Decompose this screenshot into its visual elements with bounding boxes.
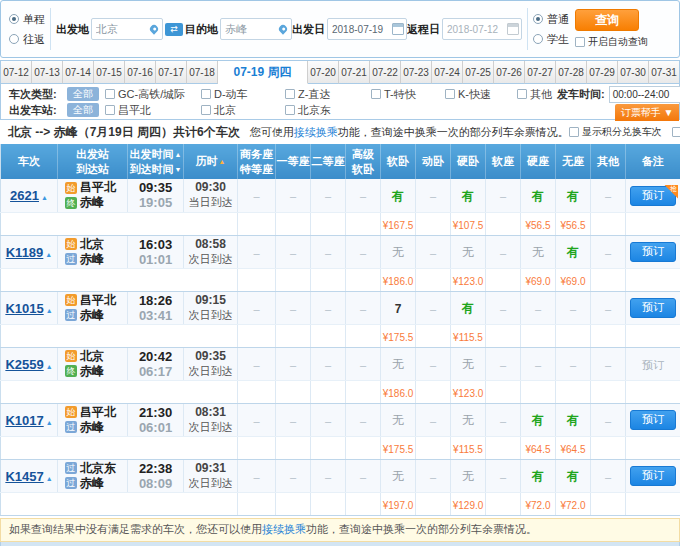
show-all-bookable-checkbox[interactable] bbox=[672, 127, 680, 137]
date-tab[interactable]: 07-19 周四 bbox=[218, 61, 308, 84]
trip-type-option[interactable]: 单程 bbox=[9, 12, 45, 27]
divider bbox=[527, 8, 528, 50]
date-tab[interactable]: 07-29 bbox=[587, 61, 618, 84]
transfer-link[interactable]: 接续换乘 bbox=[294, 126, 338, 138]
auto-query-checkbox[interactable] bbox=[575, 37, 585, 47]
book-button[interactable]: 预订 bbox=[630, 410, 676, 430]
sort-arrow-icon[interactable]: ▲ bbox=[175, 151, 182, 158]
expand-arrow-icon[interactable]: ▲ bbox=[46, 419, 53, 426]
date-tab[interactable]: 07-25 bbox=[463, 61, 494, 84]
calendar-icon[interactable] bbox=[507, 23, 519, 35]
depart-station-all-tag[interactable]: 全部 bbox=[67, 103, 99, 117]
date-tab[interactable]: 07-20 bbox=[308, 61, 339, 84]
book-button[interactable]: 预订 bbox=[630, 298, 676, 318]
date-tab[interactable]: 07-30 bbox=[618, 61, 649, 84]
tabs-filter-box: 07-1207-1307-1407-1507-1607-1707-1807-19… bbox=[0, 60, 680, 120]
date-tab[interactable]: 07-23 bbox=[401, 61, 432, 84]
date-tab[interactable]: 07-21 bbox=[339, 61, 370, 84]
train-type-option[interactable]: D-动车 bbox=[201, 87, 285, 102]
trip-type-radio[interactable] bbox=[9, 14, 19, 24]
depart-time-select[interactable]: 00:00--24:00 ▼ bbox=[609, 86, 680, 103]
date-tab[interactable]: 07-18 bbox=[187, 61, 218, 84]
show-points-trains-checkbox[interactable] bbox=[569, 127, 579, 137]
booking-helper-button[interactable]: 订票帮手 ▼ bbox=[615, 104, 679, 121]
train-type-all-tag[interactable]: 全部 bbox=[67, 87, 99, 101]
times-cell: 09:3519:05 bbox=[128, 179, 184, 212]
show-points-trains-option[interactable]: 显示积分兑换车次 bbox=[569, 125, 662, 139]
date-tab[interactable]: 07-12 bbox=[1, 61, 32, 84]
search-button[interactable]: 查询 bbox=[575, 9, 639, 31]
sort-arrow-icon[interactable]: ▼ bbox=[175, 166, 182, 173]
seat-cell: – bbox=[416, 179, 451, 212]
station-badge-via: 过 bbox=[65, 253, 77, 265]
show-all-bookable-option[interactable]: 显示全部可预订车次 bbox=[672, 125, 680, 139]
train-code-link[interactable]: K2559 bbox=[5, 357, 43, 372]
train-code-link[interactable]: K1457 bbox=[5, 469, 43, 484]
date-tab[interactable]: 07-22 bbox=[370, 61, 401, 84]
price-cell bbox=[486, 380, 521, 403]
expand-arrow-icon[interactable]: ▲ bbox=[45, 251, 52, 258]
train-type-checkbox[interactable] bbox=[201, 89, 211, 99]
auto-query-option[interactable]: 开启自动查询 bbox=[575, 35, 648, 49]
train-code-link[interactable]: K1017 bbox=[5, 413, 43, 428]
train-code-link[interactable]: K1189 bbox=[6, 245, 44, 260]
book-button[interactable]: 预订抢 bbox=[630, 186, 676, 206]
remark-cell: 预订 bbox=[626, 403, 680, 436]
train-type-option[interactable]: T-特快 bbox=[371, 87, 445, 102]
train-type-checkbox[interactable] bbox=[285, 89, 295, 99]
passenger-type-radio[interactable] bbox=[533, 34, 543, 44]
depart-time: 09:35 bbox=[128, 180, 183, 195]
train-type-option[interactable]: Z-直达 bbox=[285, 87, 371, 102]
train-type-checkbox[interactable] bbox=[371, 89, 381, 99]
passenger-type-radio[interactable] bbox=[533, 14, 543, 24]
train-type-option[interactable]: 其他 bbox=[517, 87, 557, 102]
expand-arrow-icon[interactable]: ▲ bbox=[46, 475, 53, 482]
trip-type-radio[interactable] bbox=[9, 34, 19, 44]
column-header-2[interactable]: 出发时间▲到达时间▼ bbox=[128, 144, 184, 179]
date-tab[interactable]: 07-27 bbox=[525, 61, 556, 84]
depart-station-option[interactable]: 北京 bbox=[201, 103, 285, 118]
train-code-link[interactable]: 2621 bbox=[10, 188, 39, 203]
depart-station-checkbox[interactable] bbox=[105, 105, 115, 115]
date-tab[interactable]: 07-31 bbox=[649, 61, 679, 84]
arrive-time: 06:17 bbox=[128, 364, 183, 379]
train-type-checkbox[interactable] bbox=[445, 89, 455, 99]
price-cell bbox=[276, 268, 311, 291]
train-type-option[interactable]: GC-高铁/城际 bbox=[105, 87, 201, 102]
expand-arrow-icon[interactable]: ▲ bbox=[46, 363, 53, 370]
swap-stations-icon[interactable]: ⇄ bbox=[165, 23, 183, 36]
date-tab[interactable]: 07-16 bbox=[125, 61, 156, 84]
date-tab[interactable]: 07-14 bbox=[63, 61, 94, 84]
seat-cell: – bbox=[521, 291, 556, 324]
expand-arrow-icon[interactable]: ▲ bbox=[41, 194, 48, 201]
date-tab-bar: 07-1207-1307-1407-1507-1607-1707-1807-19… bbox=[1, 61, 679, 84]
price-value: ¥129.0 bbox=[453, 500, 484, 511]
depart-station-option[interactable]: 昌平北 bbox=[105, 103, 201, 118]
date-tab[interactable]: 07-17 bbox=[156, 61, 187, 84]
train-code-link[interactable]: K1015 bbox=[5, 301, 43, 316]
column-header-3[interactable]: 历时▲ bbox=[184, 144, 238, 179]
date-tab[interactable]: 07-28 bbox=[556, 61, 587, 84]
sort-arrow-icon[interactable]: ▲ bbox=[219, 158, 226, 165]
price-cell bbox=[591, 324, 626, 347]
depart-station-option[interactable]: 北京东 bbox=[285, 103, 371, 118]
transfer-link[interactable]: 接续换乘 bbox=[262, 522, 306, 537]
passenger-type-option[interactable]: 学生 bbox=[533, 32, 569, 47]
remark-cell: 预订 bbox=[626, 291, 680, 324]
date-tab[interactable]: 07-24 bbox=[432, 61, 463, 84]
trip-type-option[interactable]: 往返 bbox=[9, 32, 45, 47]
date-tab[interactable]: 07-15 bbox=[94, 61, 125, 84]
book-button[interactable]: 预订 bbox=[630, 466, 676, 486]
depart-station-checkbox[interactable] bbox=[201, 105, 211, 115]
train-type-checkbox[interactable] bbox=[517, 89, 527, 99]
train-type-checkbox[interactable] bbox=[105, 89, 115, 99]
train-type-option[interactable]: K-快速 bbox=[445, 87, 517, 102]
passenger-type-option[interactable]: 普通 bbox=[533, 12, 569, 27]
calendar-icon[interactable] bbox=[392, 23, 404, 35]
date-tab[interactable]: 07-13 bbox=[32, 61, 63, 84]
duration-cell: 09:31次日到达 bbox=[184, 459, 238, 492]
book-button[interactable]: 预订 bbox=[630, 242, 676, 262]
date-tab[interactable]: 07-26 bbox=[494, 61, 525, 84]
expand-arrow-icon[interactable]: ▲ bbox=[46, 307, 53, 314]
depart-station-checkbox[interactable] bbox=[285, 105, 295, 115]
